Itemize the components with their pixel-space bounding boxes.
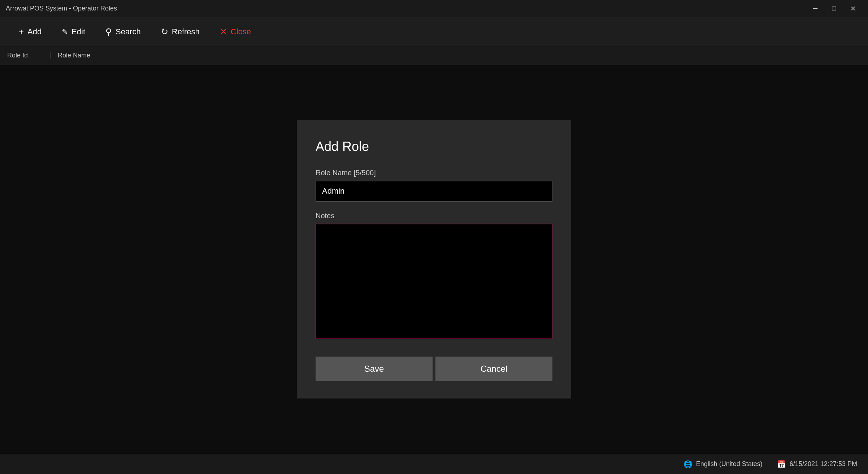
save-button[interactable]: Save [316, 357, 433, 381]
column-header-roleid: Role Id [0, 52, 51, 59]
add-role-dialog: Add Role Role Name [5/500] Notes Save Ca… [297, 120, 571, 398]
close-label: Close [231, 27, 251, 36]
close-button[interactable]: ✕ Close [210, 17, 261, 46]
edit-button[interactable]: ✎ Edit [52, 17, 95, 46]
edit-icon: ✎ [62, 27, 68, 36]
app-title: Arrowat POS System - Operator Roles [6, 5, 117, 12]
main-content: Add Role Role Name [5/500] Notes Save Ca… [0, 65, 868, 454]
add-icon: + [19, 27, 24, 37]
datetime-label: 6/15/2021 12:27:53 PM [790, 460, 857, 468]
search-button[interactable]: ⚲ Search [95, 17, 151, 46]
add-label: Add [27, 27, 42, 36]
add-button[interactable]: + Add [9, 17, 52, 46]
search-label: Search [116, 27, 141, 36]
edit-label: Edit [71, 27, 85, 36]
cancel-button[interactable]: Cancel [435, 357, 552, 381]
role-name-input[interactable] [316, 181, 552, 202]
notes-label: Notes [316, 212, 552, 220]
close-icon: ✕ [220, 27, 227, 37]
language-label: English (United States) [696, 460, 763, 468]
window-close-button[interactable]: ✕ [843, 0, 862, 17]
calendar-icon: 📅 [777, 460, 786, 469]
language-icon: 🌐 [683, 460, 693, 469]
column-header-rolename: Role Name [51, 52, 130, 59]
minimize-button[interactable]: ─ [806, 0, 825, 17]
refresh-label: Refresh [172, 27, 200, 36]
dialog-title: Add Role [316, 139, 552, 154]
search-icon: ⚲ [105, 27, 112, 37]
window-controls: ─ □ ✕ [806, 0, 862, 17]
modal-overlay: Add Role Role Name [5/500] Notes Save Ca… [0, 65, 868, 454]
maximize-button[interactable]: □ [825, 0, 843, 17]
language-status: 🌐 English (United States) [683, 460, 763, 469]
role-name-group: Role Name [5/500] [316, 169, 552, 202]
refresh-button[interactable]: ↻ Refresh [151, 17, 210, 46]
toolbar: + Add ✎ Edit ⚲ Search ↻ Refresh ✕ Close [0, 17, 868, 46]
dialog-buttons: Save Cancel [316, 357, 552, 381]
table-header: Role Id Role Name [0, 46, 868, 65]
title-bar: Arrowat POS System - Operator Roles ─ □ … [0, 0, 868, 17]
notes-group: Notes [316, 212, 552, 341]
notes-input[interactable] [316, 224, 552, 339]
status-bar: 🌐 English (United States) 📅 6/15/2021 12… [0, 454, 868, 474]
refresh-icon: ↻ [161, 27, 168, 37]
role-name-label: Role Name [5/500] [316, 169, 552, 177]
datetime-status: 📅 6/15/2021 12:27:53 PM [777, 460, 857, 469]
